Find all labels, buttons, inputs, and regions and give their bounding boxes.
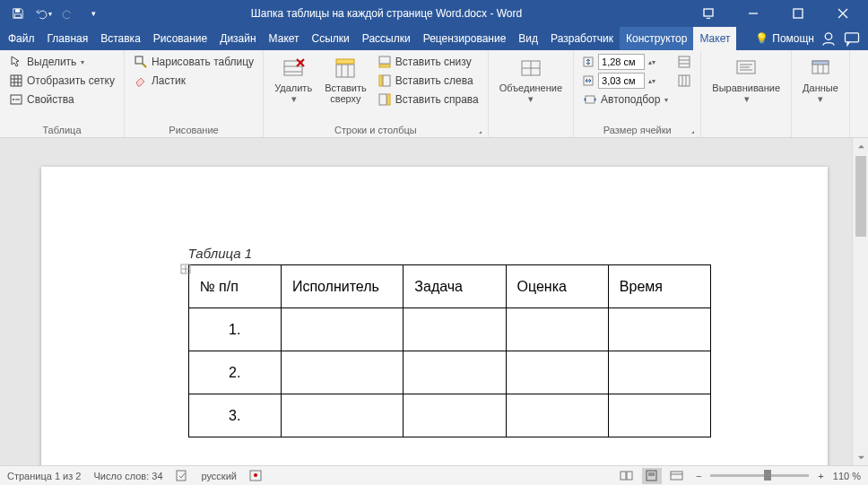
group-draw: Нарисовать таблицу Ластик Рисование — [125, 50, 264, 137]
read-mode-button[interactable] — [617, 468, 637, 484]
tab-view[interactable]: Вид — [512, 27, 544, 50]
tab-file[interactable]: Файл — [2, 27, 41, 50]
vertical-scrollbar[interactable] — [852, 138, 868, 465]
row-height-field[interactable]: ▴▾ — [581, 54, 670, 70]
window-title: Шапка таблицы на каждой странице Word.do… — [111, 7, 689, 20]
autofit-button[interactable]: Автоподбор▾ — [581, 91, 670, 108]
delete-button[interactable]: Удалить▾ — [271, 54, 316, 106]
table-row: 2. — [188, 351, 710, 394]
ribbon: Выделить▾ Отобразить сетку Свойства Табл… — [0, 50, 868, 138]
tab-table-design[interactable]: Конструктор — [620, 27, 693, 50]
svg-rect-56 — [177, 471, 186, 481]
minimize-button[interactable] — [733, 0, 773, 27]
zoom-slider[interactable] — [710, 474, 809, 477]
tab-home[interactable]: Главная — [41, 27, 95, 50]
tab-draw[interactable]: Рисование — [147, 27, 213, 50]
window-controls — [689, 0, 868, 27]
svg-rect-24 — [336, 59, 354, 64]
svg-rect-27 — [379, 56, 390, 64]
svg-rect-39 — [679, 56, 690, 67]
eraser-button[interactable]: Ластик — [132, 73, 256, 89]
launcher-icon[interactable] — [473, 126, 482, 134]
col-width-field[interactable]: ▴▾ — [581, 73, 670, 89]
properties-button[interactable]: Свойства — [7, 91, 117, 108]
svg-rect-50 — [812, 61, 829, 65]
zoom-in-button[interactable]: + — [814, 471, 827, 481]
table-row: 3. — [188, 394, 710, 437]
close-button[interactable] — [823, 0, 863, 27]
svg-rect-64 — [671, 472, 682, 480]
th-number[interactable]: № п/п — [188, 265, 281, 308]
zoom-level[interactable]: 110 % — [833, 471, 861, 481]
tab-mailings[interactable]: Рассылки — [356, 27, 417, 50]
ribbon-tabs: Файл Главная Вставка Рисование Дизайн Ма… — [0, 27, 868, 50]
th-grade[interactable]: Оценка — [506, 265, 608, 308]
tab-insert[interactable]: Вставка — [94, 27, 147, 50]
page[interactable]: Таблица 1 № п/п Исполнитель Задача Оценк… — [41, 167, 828, 465]
tab-review[interactable]: Рецензирование — [417, 27, 513, 50]
page-indicator[interactable]: Страница 1 из 2 — [7, 471, 81, 481]
view-gridlines-button[interactable]: Отобразить сетку — [7, 73, 117, 89]
redo-button[interactable] — [56, 0, 81, 27]
tab-design[interactable]: Дизайн — [213, 27, 262, 50]
group-label-draw: Рисование — [132, 123, 256, 135]
insert-right-button[interactable]: Вставить справа — [376, 91, 481, 108]
word-count[interactable]: Число слов: 34 — [93, 471, 162, 481]
svg-rect-4 — [794, 9, 803, 18]
macro-button[interactable] — [249, 470, 262, 481]
save-button[interactable] — [5, 0, 30, 27]
table-caption[interactable]: Таблица 1 — [188, 246, 711, 261]
undo-button[interactable]: ▾ — [30, 0, 56, 27]
bulb-icon: 💡 — [755, 32, 768, 45]
scroll-down-button[interactable] — [853, 449, 868, 465]
document-table[interactable]: № п/п Исполнитель Задача Оценка Время 1.… — [188, 264, 711, 437]
account-button[interactable] — [820, 30, 838, 48]
th-time[interactable]: Время — [608, 265, 710, 308]
insert-below-button[interactable]: Вставить снизу — [376, 54, 481, 70]
qat-customize-button[interactable]: ▾ — [81, 0, 106, 27]
zoom-out-button[interactable]: − — [692, 471, 705, 481]
svg-rect-1 — [15, 10, 19, 13]
proofing-button[interactable] — [176, 470, 189, 481]
tab-references[interactable]: Ссылки — [306, 27, 356, 50]
distribute-rows-button[interactable] — [675, 54, 693, 70]
data-button[interactable]: Данные▾ — [799, 54, 842, 106]
insert-left-button[interactable]: Вставить слева — [376, 73, 481, 89]
svg-rect-9 — [11, 75, 22, 86]
tab-layout[interactable]: Макет — [263, 27, 306, 50]
alignment-button[interactable]: Выравнивание▾ — [708, 54, 784, 106]
select-button[interactable]: Выделить▾ — [7, 54, 117, 70]
language-indicator[interactable]: русский — [202, 471, 237, 481]
zoom-slider-thumb[interactable] — [764, 470, 771, 481]
insert-above-button[interactable]: Вставитьсверху — [321, 54, 370, 106]
th-task[interactable]: Задача — [404, 265, 506, 308]
svg-point-7 — [825, 33, 832, 40]
draw-table-button[interactable]: Нарисовать таблицу — [132, 54, 256, 70]
svg-rect-8 — [846, 33, 859, 42]
tab-developer[interactable]: Разработчик — [544, 27, 620, 50]
th-executor[interactable]: Исполнитель — [281, 265, 403, 308]
group-cell-size: ▴▾ ▴▾ Автоподбор▾ Размер ячейки — [574, 50, 701, 137]
scrollbar-thumb[interactable] — [855, 156, 866, 237]
svg-rect-23 — [336, 65, 354, 77]
svg-rect-2 — [704, 9, 713, 16]
maximize-button[interactable] — [778, 0, 818, 27]
tab-table-layout[interactable]: Макет — [693, 27, 736, 50]
merge-button[interactable]: Объединение▾ — [496, 54, 566, 106]
svg-rect-17 — [135, 56, 143, 64]
quick-access-toolbar: ▾ ▾ — [0, 0, 111, 27]
table-move-handle[interactable] — [179, 263, 192, 279]
title-bar: ▾ ▾ Шапка таблицы на каждой странице Wor… — [0, 0, 868, 27]
distribute-cols-button[interactable] — [675, 73, 693, 89]
ribbon-options-button[interactable] — [689, 0, 728, 27]
web-layout-button[interactable] — [667, 468, 687, 484]
svg-rect-32 — [387, 94, 390, 105]
svg-rect-28 — [379, 65, 390, 67]
print-layout-button[interactable] — [642, 468, 662, 484]
table-row: 1. — [188, 308, 710, 351]
launcher-icon[interactable] — [686, 126, 695, 134]
comments-button[interactable] — [843, 30, 861, 48]
scroll-up-button[interactable] — [853, 138, 868, 154]
tell-me-button[interactable]: 💡Помощн — [755, 32, 814, 45]
svg-rect-0 — [15, 14, 22, 18]
